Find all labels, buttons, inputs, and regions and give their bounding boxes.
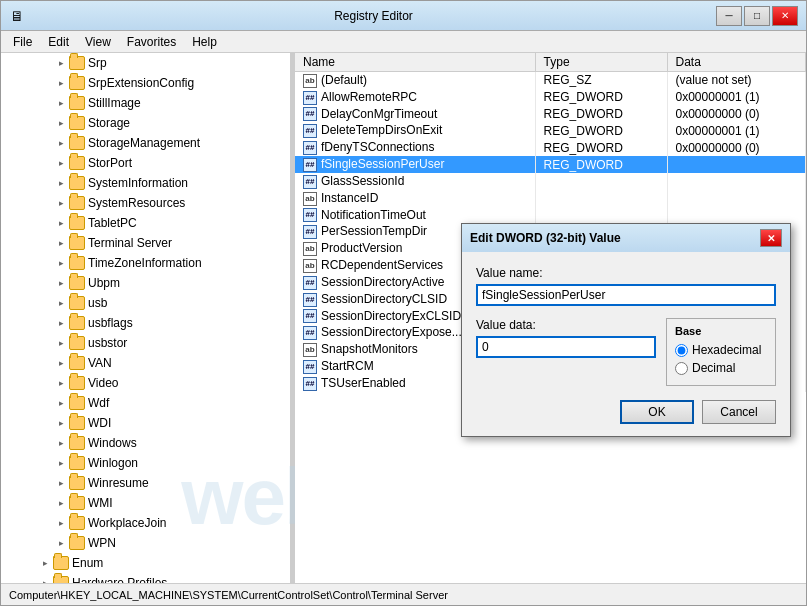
ok-button[interactable]: OK xyxy=(620,400,694,424)
dialog-title: Edit DWORD (32-bit) Value xyxy=(470,231,760,245)
status-text: Computer\HKEY_LOCAL_MACHINE\SYSTEM\Curre… xyxy=(9,589,448,601)
app-icon: 🖥 xyxy=(9,8,25,24)
menu-view[interactable]: View xyxy=(77,33,119,51)
status-bar: Computer\HKEY_LOCAL_MACHINE\SYSTEM\Curre… xyxy=(1,583,806,605)
value-data-label: Value data: xyxy=(476,318,656,332)
menu-favorites[interactable]: Favorites xyxy=(119,33,184,51)
hexadecimal-label: Hexadecimal xyxy=(692,343,761,357)
dialog-body: Value name: Value data: Base Hexadecimal xyxy=(462,252,790,436)
title-bar: 🖥 Registry Editor ─ □ ✕ xyxy=(1,1,806,31)
registry-editor-window: 🖥 Registry Editor ─ □ ✕ File Edit View F… xyxy=(0,0,807,606)
hexadecimal-option[interactable]: Hexadecimal xyxy=(675,343,767,357)
menu-help[interactable]: Help xyxy=(184,33,225,51)
decimal-radio[interactable] xyxy=(675,362,688,375)
hexadecimal-radio[interactable] xyxy=(675,344,688,357)
close-button[interactable]: ✕ xyxy=(772,6,798,26)
value-data-input[interactable] xyxy=(476,336,656,358)
menu-bar: File Edit View Favorites Help xyxy=(1,31,806,53)
window-title: Registry Editor xyxy=(31,9,716,23)
cancel-button[interactable]: Cancel xyxy=(702,400,776,424)
maximize-button[interactable]: □ xyxy=(744,6,770,26)
window-controls: ─ □ ✕ xyxy=(716,6,798,26)
base-group: Base Hexadecimal Decimal xyxy=(666,318,776,386)
minimize-button[interactable]: ─ xyxy=(716,6,742,26)
menu-edit[interactable]: Edit xyxy=(40,33,77,51)
dialog-buttons: OK Cancel xyxy=(476,400,776,424)
value-name-label: Value name: xyxy=(476,266,776,280)
edit-dword-dialog: Edit DWORD (32-bit) Value ✕ Value name: … xyxy=(461,223,791,437)
base-label: Base xyxy=(675,325,767,337)
dialog-data-row: Value data: Base Hexadecimal Decim xyxy=(476,318,776,386)
value-name-input[interactable] xyxy=(476,284,776,306)
value-data-section: Value data: xyxy=(476,318,656,358)
dialog-title-bar: Edit DWORD (32-bit) Value ✕ xyxy=(462,224,790,252)
dialog-overlay: Edit DWORD (32-bit) Value ✕ Value name: … xyxy=(1,53,806,583)
main-content: web hosting ▸ Srp ▸ SrpExtensionConfig ▸… xyxy=(1,53,806,583)
dialog-close-button[interactable]: ✕ xyxy=(760,229,782,247)
decimal-option[interactable]: Decimal xyxy=(675,361,767,375)
decimal-label: Decimal xyxy=(692,361,735,375)
menu-file[interactable]: File xyxy=(5,33,40,51)
